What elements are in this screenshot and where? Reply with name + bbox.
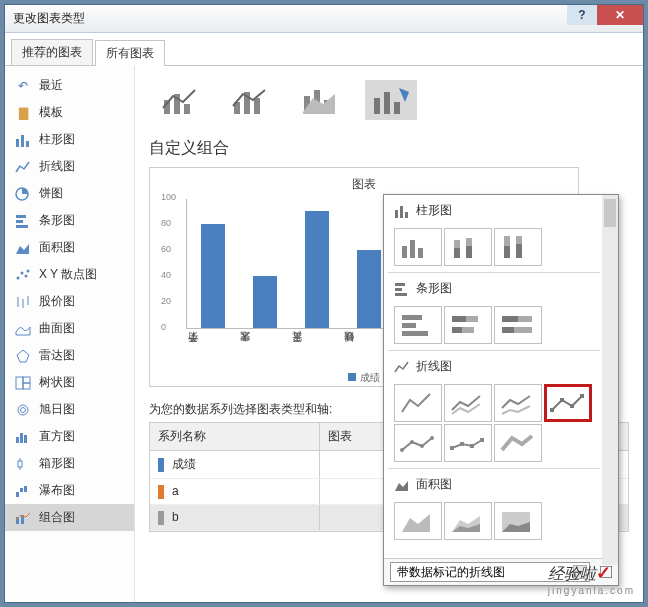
svg-rect-58 <box>516 244 522 258</box>
sidebar-item-line[interactable]: 折线图 <box>5 153 134 180</box>
dialog-body: ↶最近 ▇模板 柱形图 折线图 饼图 条形图 面积图 X Y 散点图 股价图 曲… <box>5 66 643 602</box>
svg-rect-2 <box>26 141 29 147</box>
svg-rect-4 <box>16 215 26 218</box>
popup-scrollbar[interactable] <box>602 195 618 565</box>
svg-rect-76 <box>580 394 584 398</box>
svg-rect-28 <box>20 488 23 492</box>
svg-rect-27 <box>16 492 19 497</box>
xlabel: 宋大莲 <box>238 333 290 367</box>
sidebar-item-stock[interactable]: 股价图 <box>5 288 134 315</box>
tab-recommended[interactable]: 推荐的图表 <box>11 39 93 65</box>
svg-rect-46 <box>400 206 403 218</box>
thumb-area-100stacked[interactable] <box>494 502 542 540</box>
sidebar-item-label: 条形图 <box>39 212 75 229</box>
preview-title: 图表 <box>156 176 572 193</box>
svg-point-78 <box>410 440 414 444</box>
preview-bar <box>201 224 225 328</box>
thumb-column-100stacked[interactable] <box>494 228 542 266</box>
svg-point-19 <box>18 405 28 415</box>
sidebar-item-column[interactable]: 柱形图 <box>5 126 134 153</box>
sidebar-item-recent[interactable]: ↶最近 <box>5 72 134 99</box>
thumb-bar-clustered[interactable] <box>394 306 442 344</box>
thumb-column-stacked[interactable] <box>444 228 492 266</box>
titlebar: 更改图表类型 ? ✕ <box>5 5 643 33</box>
svg-rect-47 <box>405 212 408 218</box>
svg-rect-23 <box>24 435 27 443</box>
section-label: 折线图 <box>416 358 452 375</box>
thumb-line-stacked[interactable] <box>444 384 492 422</box>
svg-marker-7 <box>16 244 29 254</box>
series-swatch <box>158 485 164 499</box>
radar-chart-icon <box>15 349 31 363</box>
folder-icon: ▇ <box>15 106 31 120</box>
svg-point-80 <box>430 436 434 440</box>
legend-label: 成绩 <box>360 372 380 383</box>
thumb-line-with-markers[interactable] <box>544 384 592 422</box>
thumb-line[interactable] <box>394 384 442 422</box>
combo-type-2[interactable] <box>225 80 277 120</box>
sidebar-item-bar[interactable]: 条形图 <box>5 207 134 234</box>
sidebar-item-label: 股价图 <box>39 293 75 310</box>
sidebar-item-box[interactable]: 箱形图 <box>5 450 134 477</box>
sidebar-item-label: 瀑布图 <box>39 482 75 499</box>
popup-section-line: 折线图 <box>388 350 600 382</box>
svg-rect-62 <box>402 315 422 320</box>
thumb-area-stacked[interactable] <box>444 502 492 540</box>
svg-rect-34 <box>184 104 190 114</box>
close-button[interactable]: ✕ <box>597 5 643 25</box>
sidebar-item-sunburst[interactable]: 旭日图 <box>5 396 134 423</box>
help-button[interactable]: ? <box>567 5 597 25</box>
sidebar-item-label: 树状图 <box>39 374 75 391</box>
sidebar-item-surface[interactable]: 曲面图 <box>5 315 134 342</box>
svg-rect-66 <box>452 316 466 322</box>
sidebar-item-label: 旭日图 <box>39 401 75 418</box>
combo-type-custom[interactable] <box>365 80 417 120</box>
combo-type-1[interactable] <box>155 80 207 120</box>
svg-rect-5 <box>16 220 23 223</box>
sidebar-item-combo[interactable]: 组合图 <box>5 504 134 531</box>
sidebar-item-pie[interactable]: 饼图 <box>5 180 134 207</box>
sidebar-item-area[interactable]: 面积图 <box>5 234 134 261</box>
sidebar-item-templates[interactable]: ▇模板 <box>5 99 134 126</box>
series-swatch <box>158 458 164 472</box>
ytick: 60 <box>161 244 171 254</box>
thumb-line-100stacked[interactable] <box>494 384 542 422</box>
ytick: 20 <box>161 296 171 306</box>
thumb-bar-100stacked[interactable] <box>494 306 542 344</box>
svg-rect-74 <box>560 398 564 402</box>
series-name: 成绩 <box>172 457 196 471</box>
surface-chart-icon <box>15 322 31 336</box>
svg-rect-61 <box>395 293 407 296</box>
svg-rect-16 <box>16 377 23 389</box>
svg-marker-85 <box>395 481 408 491</box>
column-chart-icon <box>15 133 31 147</box>
svg-rect-29 <box>24 486 27 492</box>
sidebar-item-treemap[interactable]: 树状图 <box>5 369 134 396</box>
svg-rect-56 <box>504 246 510 258</box>
thumb-line-3d[interactable] <box>494 424 542 462</box>
svg-rect-21 <box>16 437 19 443</box>
ytick: 100 <box>161 192 176 202</box>
chart-type-sidebar: ↶最近 ▇模板 柱形图 折线图 饼图 条形图 面积图 X Y 散点图 股价图 曲… <box>5 66 135 602</box>
thumb-area[interactable] <box>394 502 442 540</box>
thumb-column-clustered[interactable] <box>394 228 442 266</box>
section-label: 条形图 <box>416 280 452 297</box>
tab-all-charts[interactable]: 所有图表 <box>95 40 165 66</box>
sidebar-item-radar[interactable]: 雷达图 <box>5 342 134 369</box>
svg-point-79 <box>420 444 424 448</box>
sidebar-item-waterfall[interactable]: 瀑布图 <box>5 477 134 504</box>
sidebar-item-label: 面积图 <box>39 239 75 256</box>
svg-rect-0 <box>16 139 19 147</box>
thumb-bar-stacked[interactable] <box>444 306 492 344</box>
pie-chart-icon <box>15 187 31 201</box>
sidebar-item-label: 直方图 <box>39 428 75 445</box>
scrollbar-thumb[interactable] <box>604 199 616 227</box>
svg-point-10 <box>25 274 28 277</box>
combo-type-row <box>149 76 629 134</box>
thumb-line-stacked-markers[interactable] <box>394 424 442 462</box>
sidebar-item-histogram[interactable]: 直方图 <box>5 423 134 450</box>
thumb-line-100stacked-markers[interactable] <box>444 424 492 462</box>
sidebar-item-scatter[interactable]: X Y 散点图 <box>5 261 134 288</box>
svg-point-11 <box>27 269 30 272</box>
combo-type-3[interactable] <box>295 80 347 120</box>
